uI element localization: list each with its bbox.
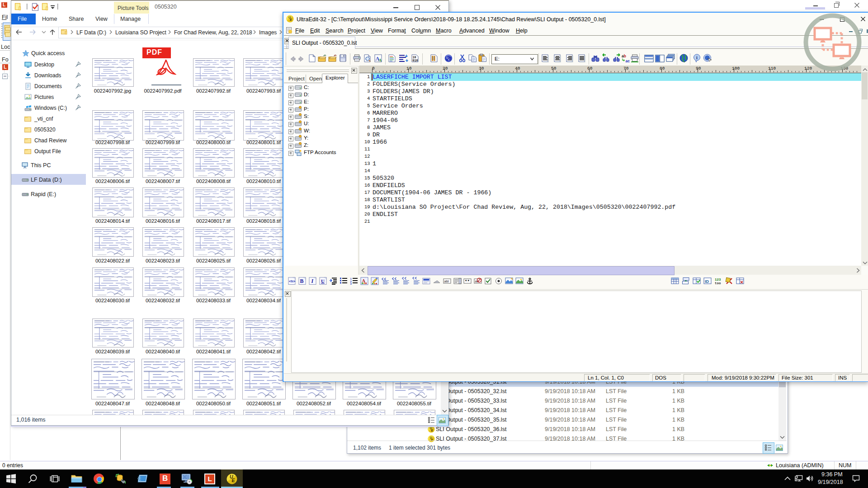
svg-text:<h>: <h> [289,279,296,283]
svg-text:10: 10 [413,56,416,59]
svg-text:010: 010 [413,59,418,62]
svg-text:3: 3 [350,282,352,285]
svg-text:too: too [715,282,721,285]
svg-text:ac: ac [626,59,630,63]
svg-text:ab: ab [622,54,626,58]
svg-text:E: E [231,478,235,483]
svg-text:ID: ID [705,279,709,284]
svg-text:abl: abl [444,279,449,283]
svg-text:**: ** [465,280,470,284]
svg-text:i: i [696,55,698,60]
svg-text:U: U [321,278,325,284]
svg-text:123: 123 [715,278,721,282]
svg-text:C: C [448,58,450,61]
svg-text:A: A [379,58,382,62]
svg-text:A: A [362,278,366,283]
svg-text:B: B [300,278,304,284]
svg-text:E: E [431,429,434,432]
